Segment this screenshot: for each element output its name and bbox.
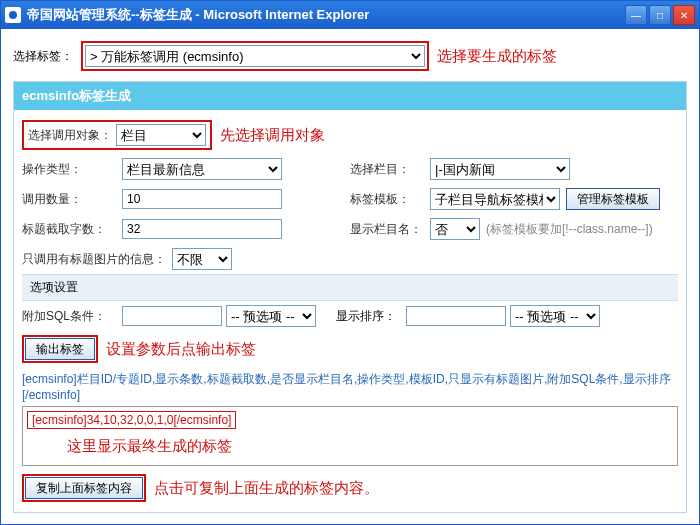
svg-point-0 bbox=[9, 11, 17, 19]
sql-row: 附加SQL条件： -- 预选项 -- 显示排序： -- 预选项 -- bbox=[22, 301, 678, 331]
output-textarea[interactable]: [ecmsinfo]34,10,32,0,0,1,0[/ecmsinfo] 这里… bbox=[22, 406, 678, 466]
output-content-annotation: 这里显示最终生成的标签 bbox=[67, 437, 673, 456]
output-btn-highlight: 输出标签 bbox=[22, 335, 98, 363]
only-pic-label: 只调用有标题图片的信息： bbox=[22, 251, 172, 268]
show-colname-label: 显示栏目名： bbox=[350, 221, 430, 238]
window-controls: — □ ✕ bbox=[625, 5, 695, 25]
order-label: 显示排序： bbox=[336, 308, 406, 325]
select-tag-dropdown[interactable]: > 万能标签调用 (ecmsinfo) bbox=[85, 45, 425, 67]
select-tag-label: 选择标签： bbox=[13, 48, 73, 65]
title-bar: 帝国网站管理系统--标签生成 - Microsoft Internet Expl… bbox=[1, 1, 699, 29]
select-column-select[interactable]: |-国内新闻 bbox=[430, 158, 570, 180]
tag-template-select[interactable]: 子栏目导航标签模板 bbox=[430, 188, 560, 210]
only-pic-select[interactable]: 不限 bbox=[172, 248, 232, 270]
manage-template-button[interactable]: 管理标签模板 bbox=[566, 188, 660, 210]
call-target-label: 选择调用对象： bbox=[28, 127, 112, 144]
operate-row: 操作类型： 栏目最新信息 选择栏目： |-国内新闻 bbox=[22, 154, 678, 184]
form-area: 选择调用对象： 栏目 先选择调用对象 操作类型： 栏目最新信息 bbox=[14, 110, 686, 512]
sql-preset-select[interactable]: -- 预选项 -- bbox=[226, 305, 316, 327]
show-colname-select[interactable]: 否 bbox=[430, 218, 480, 240]
show-colname-hint: (标签模板要加[!--class.name--]) bbox=[486, 221, 653, 238]
copy-row: 复制上面标签内容 点击可复制上面生成的标签内容。 bbox=[22, 470, 678, 506]
operate-type-label: 操作类型： bbox=[22, 161, 122, 178]
order-preset-select[interactable]: -- 预选项 -- bbox=[510, 305, 600, 327]
copy-annotation: 点击可复制上面生成的标签内容。 bbox=[154, 479, 379, 498]
panel-header: ecmsinfo标签生成 bbox=[14, 82, 686, 110]
call-target-highlight: 选择调用对象： 栏目 bbox=[22, 120, 212, 150]
count-row: 调用数量： 标签模板： 子栏目导航标签模板 管理标签模板 bbox=[22, 184, 678, 214]
copy-btn-highlight: 复制上面标签内容 bbox=[22, 474, 146, 502]
copy-button[interactable]: 复制上面标签内容 bbox=[25, 477, 143, 499]
maximize-button[interactable]: □ bbox=[649, 5, 671, 25]
sql-input[interactable] bbox=[122, 306, 222, 326]
window-title: 帝国网站管理系统--标签生成 - Microsoft Internet Expl… bbox=[27, 6, 625, 24]
call-count-label: 调用数量： bbox=[22, 191, 122, 208]
main-panel: ecmsinfo标签生成 选择调用对象： 栏目 先选择调用对象 操作类型： bbox=[13, 81, 687, 513]
call-target-row: 选择调用对象： 栏目 先选择调用对象 bbox=[22, 116, 678, 154]
output-content: [ecmsinfo]34,10,32,0,0,1,0[/ecmsinfo] bbox=[27, 411, 236, 429]
format-hint: [ecmsinfo]栏目ID/专题ID,显示条数,标题截取数,是否显示栏目名,操… bbox=[22, 371, 678, 402]
select-tag-annotation: 选择要生成的标签 bbox=[437, 47, 557, 66]
output-tag-button[interactable]: 输出标签 bbox=[25, 338, 95, 360]
only-pic-row: 只调用有标题图片的信息： 不限 bbox=[22, 244, 678, 274]
sql-label: 附加SQL条件： bbox=[22, 308, 122, 325]
tag-template-label: 标签模板： bbox=[350, 191, 430, 208]
content-area: 选择标签： > 万能标签调用 (ecmsinfo) 选择要生成的标签 ecmsi… bbox=[1, 29, 699, 525]
select-tag-row: 选择标签： > 万能标签调用 (ecmsinfo) 选择要生成的标签 bbox=[13, 41, 687, 71]
title-chars-label: 标题截取字数： bbox=[22, 221, 122, 238]
call-target-annotation: 先选择调用对象 bbox=[220, 126, 325, 145]
output-btn-annotation: 设置参数后点输出标签 bbox=[106, 340, 256, 359]
output-btn-row: 输出标签 设置参数后点输出标签 bbox=[22, 331, 678, 367]
order-input[interactable] bbox=[406, 306, 506, 326]
operate-type-select[interactable]: 栏目最新信息 bbox=[122, 158, 282, 180]
select-column-label: 选择栏目： bbox=[350, 161, 430, 178]
option-section-label: 选项设置 bbox=[22, 274, 678, 301]
app-icon bbox=[5, 7, 21, 23]
minimize-button[interactable]: — bbox=[625, 5, 647, 25]
select-tag-highlight: > 万能标签调用 (ecmsinfo) bbox=[81, 41, 429, 71]
close-button[interactable]: ✕ bbox=[673, 5, 695, 25]
title-chars-row: 标题截取字数： 显示栏目名： 否 (标签模板要加[!--class.name--… bbox=[22, 214, 678, 244]
title-chars-input[interactable] bbox=[122, 219, 282, 239]
call-count-input[interactable] bbox=[122, 189, 282, 209]
app-window: 帝国网站管理系统--标签生成 - Microsoft Internet Expl… bbox=[0, 0, 700, 525]
call-target-select[interactable]: 栏目 bbox=[116, 124, 206, 146]
